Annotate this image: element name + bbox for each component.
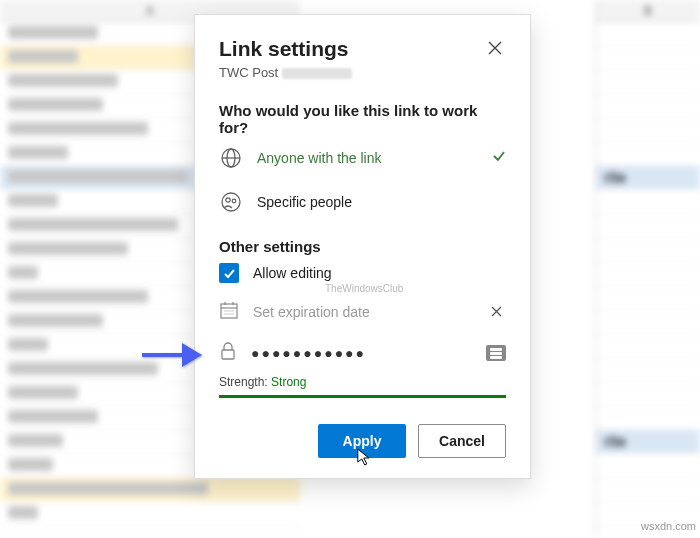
apply-button[interactable]: Apply	[318, 424, 406, 458]
cell-fragment: rite	[604, 169, 626, 186]
allow-editing-label: Allow editing	[253, 265, 506, 281]
dialog-title: Link settings	[219, 37, 349, 61]
svg-point-3	[222, 193, 240, 211]
file-name-redacted	[282, 68, 352, 79]
svg-rect-12	[222, 350, 234, 359]
strength-label: Strength:	[219, 375, 268, 389]
checkmark-icon	[223, 267, 236, 280]
password-reveal-button[interactable]	[486, 345, 506, 361]
strength-bar	[219, 395, 506, 398]
globe-icon	[219, 146, 243, 170]
svg-point-5	[232, 199, 236, 203]
close-icon	[488, 41, 502, 55]
allow-editing-checkbox[interactable]	[219, 263, 239, 283]
watermark-inline: TheWindowsClub	[325, 283, 403, 294]
expiration-date-row[interactable]: TheWindowsClub Set expiration date	[219, 291, 506, 333]
cell-fragment: rite	[604, 433, 626, 450]
password-row[interactable]: ●●●●●●●●●●●	[219, 333, 506, 373]
dialog-subtitle: Who would you like this link to work for…	[219, 102, 506, 136]
lock-icon	[219, 341, 237, 365]
watermark-corner: wsxdn.com	[641, 520, 696, 532]
clear-expiration-button[interactable]	[487, 299, 506, 325]
expiration-placeholder: Set expiration date	[253, 304, 473, 320]
other-settings-title: Other settings	[219, 238, 506, 255]
password-strength: Strength: Strong	[219, 375, 506, 389]
strength-value: Strong	[271, 375, 306, 389]
option-label: Specific people	[257, 194, 506, 210]
option-specific-people[interactable]: Specific people	[219, 180, 506, 224]
option-anyone-with-link[interactable]: Anyone with the link	[219, 136, 506, 180]
cancel-label: Cancel	[439, 433, 485, 449]
calendar-icon	[219, 300, 239, 324]
option-label: Anyone with the link	[257, 150, 478, 166]
column-header-b[interactable]: B	[596, 0, 700, 22]
svg-point-4	[226, 198, 230, 202]
file-name-line: TWC Post	[219, 65, 506, 80]
check-icon	[492, 149, 506, 167]
close-icon	[491, 306, 502, 317]
file-name: TWC Post	[219, 65, 278, 80]
close-button[interactable]	[484, 37, 506, 63]
cursor-icon	[355, 447, 373, 470]
annotation-arrow	[140, 335, 204, 371]
password-field[interactable]: ●●●●●●●●●●●	[251, 345, 472, 361]
link-settings-dialog: Link settings TWC Post Who would you lik…	[194, 14, 531, 479]
people-icon	[219, 190, 243, 214]
cancel-button[interactable]: Cancel	[418, 424, 506, 458]
